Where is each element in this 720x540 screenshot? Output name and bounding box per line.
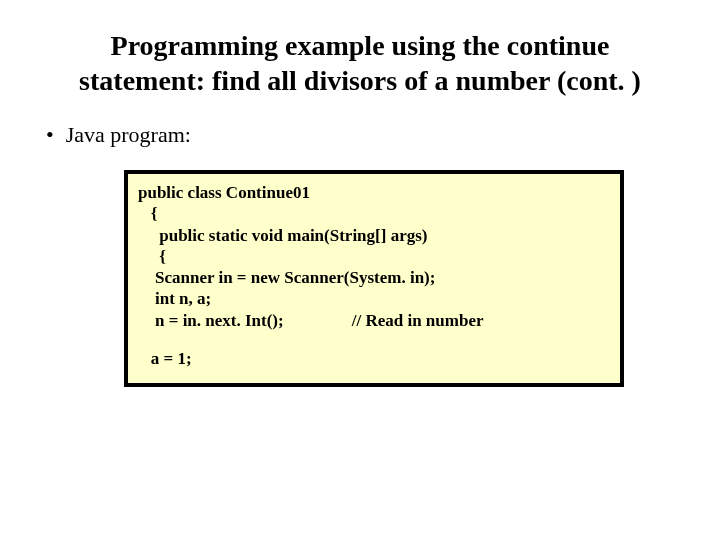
code-line: int n, a; — [138, 288, 610, 309]
code-line: { — [138, 203, 610, 224]
code-line: public class Continue01 — [138, 182, 610, 203]
code-comment: // Read in number — [352, 310, 484, 331]
code-line: Scanner in = new Scanner(System. in); — [138, 267, 610, 288]
bullet-item: • Java program: — [46, 122, 680, 148]
code-fragment: n = in. next. Int(); — [138, 310, 284, 331]
code-line: public static void main(String[] args) — [138, 225, 610, 246]
bullet-dot-icon: • — [46, 122, 54, 148]
slide-title: Programming example using the continue s… — [60, 28, 660, 98]
bullet-text: Java program: — [66, 122, 191, 148]
code-blank-line — [138, 331, 610, 348]
code-line: n = in. next. Int(); // Read in number — [138, 310, 610, 331]
code-block: public class Continue01 { public static … — [124, 170, 624, 387]
code-line: { — [138, 246, 610, 267]
code-line: a = 1; — [138, 348, 610, 369]
